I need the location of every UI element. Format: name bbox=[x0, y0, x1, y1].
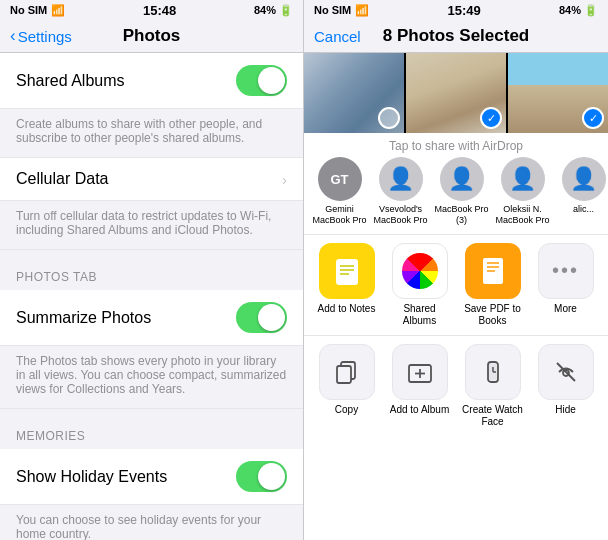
airdrop-label: Tap to share with AirDrop bbox=[304, 133, 608, 157]
share-actions-row-1: Add to Notes Shared Albums Save PDF to B… bbox=[304, 234, 608, 335]
back-button[interactable]: ‹ Settings bbox=[10, 26, 72, 46]
copy-icon bbox=[319, 344, 375, 400]
left-time: 15:48 bbox=[143, 3, 176, 18]
summarize-photos-description: The Photos tab shows every photo in your… bbox=[0, 346, 303, 409]
status-left: No SIM 📶 bbox=[10, 4, 65, 17]
airdrop-contact-macbook3[interactable]: 👤 MacBook Pro(3) bbox=[434, 157, 489, 226]
shared-albums-description: Create albums to share with other people… bbox=[0, 109, 303, 158]
right-battery-label: 84% bbox=[559, 4, 581, 16]
cellular-data-section: Cellular Data › bbox=[0, 158, 303, 201]
toggle-knob-3 bbox=[258, 463, 285, 490]
save-pdf-icon bbox=[465, 243, 521, 299]
cellular-data-row[interactable]: Cellular Data › bbox=[0, 158, 303, 201]
right-status-bar: No SIM 📶 15:49 84% 🔋 bbox=[304, 0, 608, 20]
copy-action[interactable]: Copy bbox=[316, 344, 378, 428]
right-status-left: No SIM 📶 bbox=[314, 4, 369, 17]
airdrop-avatar-gemini: GT bbox=[318, 157, 362, 201]
summarize-photos-label: Summarize Photos bbox=[16, 309, 151, 327]
right-battery-icon: 🔋 bbox=[584, 4, 598, 17]
add-to-notes-action[interactable]: Add to Notes bbox=[316, 243, 378, 327]
right-nav-bar: Cancel 8 Photos Selected bbox=[304, 20, 608, 53]
status-right: 84% 🔋 bbox=[254, 4, 293, 17]
more-action[interactable]: ••• More bbox=[535, 243, 597, 327]
back-label: Settings bbox=[18, 28, 72, 45]
photo-check-2: ✓ bbox=[480, 107, 502, 129]
watch-face-label: Create Watch Face bbox=[462, 404, 524, 428]
chevron-left-icon: ‹ bbox=[10, 26, 16, 46]
save-pdf-label: Save PDF to Books bbox=[462, 303, 524, 327]
settings-panel: No SIM 📶 15:48 84% 🔋 ‹ Settings Photos S… bbox=[0, 0, 304, 540]
shared-albums-action[interactable]: Shared Albums bbox=[389, 243, 451, 327]
share-sheet-panel: No SIM 📶 15:49 84% 🔋 Cancel 8 Photos Sel… bbox=[304, 0, 608, 540]
memories-header: MEMORIES bbox=[0, 409, 303, 449]
hide-icon bbox=[538, 344, 594, 400]
more-label: More bbox=[554, 303, 577, 315]
shared-albums-row: Shared Albums bbox=[0, 53, 303, 109]
photo-thumb-1[interactable] bbox=[304, 53, 404, 133]
photos-tab-header: PHOTOS TAB bbox=[0, 250, 303, 290]
add-album-label: Add to Album bbox=[390, 404, 449, 416]
left-nav-bar: ‹ Settings Photos bbox=[0, 20, 303, 53]
share-actions-row-2: Copy Add to Album Create Watch Face Hide bbox=[304, 335, 608, 436]
add-to-album-action[interactable]: Add to Album bbox=[389, 344, 451, 428]
shared-albums-toggle[interactable] bbox=[236, 65, 287, 96]
wifi-icon: 📶 bbox=[51, 4, 65, 17]
watch-face-action[interactable]: Create Watch Face bbox=[462, 344, 524, 428]
photo-check-3: ✓ bbox=[582, 107, 604, 129]
settings-list: Shared Albums bbox=[0, 53, 303, 109]
holiday-events-toggle[interactable] bbox=[236, 461, 287, 492]
add-notes-label: Add to Notes bbox=[318, 303, 376, 315]
carrier-label: No SIM bbox=[10, 4, 47, 16]
photos-tab-section: Summarize Photos bbox=[0, 290, 303, 346]
add-notes-icon bbox=[319, 243, 375, 299]
photo-thumb-2[interactable]: ✓ bbox=[406, 53, 506, 133]
svg-rect-0 bbox=[336, 259, 358, 285]
airdrop-contacts-row: GT GeminiMacBook Pro 👤 Vsevolod'sMacBook… bbox=[304, 157, 608, 234]
photo-check-1 bbox=[378, 107, 400, 129]
battery-icon: 🔋 bbox=[279, 4, 293, 17]
holiday-events-label: Show Holiday Events bbox=[16, 468, 167, 486]
left-status-bar: No SIM 📶 15:48 84% 🔋 bbox=[0, 0, 303, 20]
photo-thumbnails-row: ✓ ✓ bbox=[304, 53, 608, 133]
shared-albums-label: Shared Albums bbox=[16, 72, 125, 90]
shared-albums-icon bbox=[392, 243, 448, 299]
holiday-events-row: Show Holiday Events bbox=[0, 449, 303, 505]
summarize-photos-toggle[interactable] bbox=[236, 302, 287, 333]
holiday-events-description: You can choose to see holiday events for… bbox=[0, 505, 303, 540]
right-time: 15:49 bbox=[448, 3, 481, 18]
airdrop-avatar-alic: 👤 bbox=[562, 157, 606, 201]
more-icon: ••• bbox=[538, 243, 594, 299]
toggle-knob bbox=[258, 67, 285, 94]
right-nav-title: 8 Photos Selected bbox=[383, 26, 529, 46]
airdrop-contact-vsevolod[interactable]: 👤 Vsevolod'sMacBook Pro bbox=[373, 157, 428, 226]
airdrop-contact-oleksii[interactable]: 👤 Oleksii N.MacBook Pro bbox=[495, 157, 550, 226]
cellular-data-label: Cellular Data bbox=[16, 170, 108, 188]
svg-rect-6 bbox=[337, 366, 351, 383]
toggle-knob-2 bbox=[258, 304, 285, 331]
airdrop-contact-alic[interactable]: 👤 alic... bbox=[556, 157, 608, 226]
memories-section: Show Holiday Events bbox=[0, 449, 303, 505]
airdrop-name-gemini: GeminiMacBook Pro bbox=[312, 204, 366, 226]
hide-action[interactable]: Hide bbox=[535, 344, 597, 428]
airdrop-avatar-oleksii: 👤 bbox=[501, 157, 545, 201]
photos-wheel-icon bbox=[402, 253, 438, 289]
airdrop-name-oleksii: Oleksii N.MacBook Pro bbox=[495, 204, 549, 226]
right-carrier-label: No SIM bbox=[314, 4, 351, 16]
copy-label: Copy bbox=[335, 404, 358, 416]
cellular-data-description: Turn off cellular data to restrict updat… bbox=[0, 201, 303, 250]
add-album-icon bbox=[392, 344, 448, 400]
airdrop-name-vsevolod: Vsevolod'sMacBook Pro bbox=[373, 204, 427, 226]
airdrop-contact-gemini[interactable]: GT GeminiMacBook Pro bbox=[312, 157, 367, 226]
airdrop-avatar-vsevolod: 👤 bbox=[379, 157, 423, 201]
summarize-photos-row: Summarize Photos bbox=[0, 290, 303, 346]
page-title: Photos bbox=[123, 26, 181, 46]
airdrop-name-macbook3: MacBook Pro(3) bbox=[434, 204, 488, 226]
chevron-right-icon: › bbox=[282, 171, 287, 188]
save-pdf-action[interactable]: Save PDF to Books bbox=[462, 243, 524, 327]
shared-albums-action-label: Shared Albums bbox=[389, 303, 451, 327]
photo-thumb-3[interactable]: ✓ bbox=[508, 53, 608, 133]
right-status-right: 84% 🔋 bbox=[559, 4, 598, 17]
cancel-button[interactable]: Cancel bbox=[314, 28, 361, 45]
right-wifi-icon: 📶 bbox=[355, 4, 369, 17]
hide-label: Hide bbox=[555, 404, 576, 416]
